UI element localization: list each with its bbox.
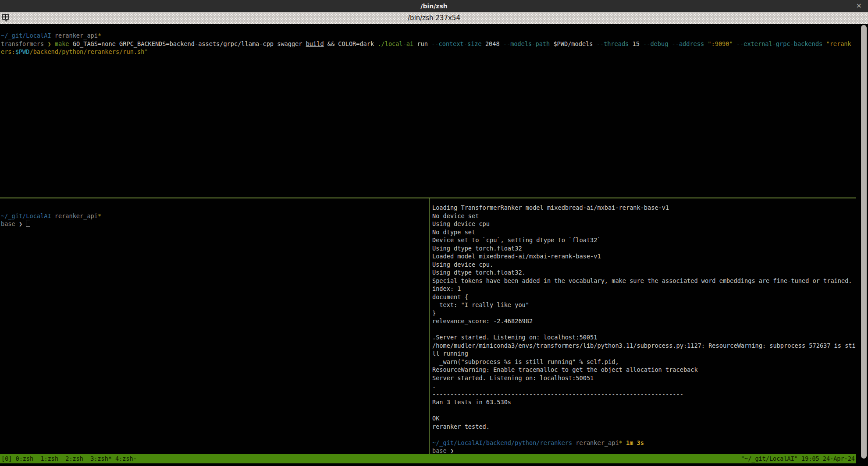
terminal-line: Using dtype torch.float32. [432, 268, 856, 277]
scrollbar-thumb[interactable] [861, 25, 867, 459]
terminal-line: Using device cpu [432, 220, 856, 228]
terminal-line: Special tokens have been added in the vo… [432, 277, 856, 285]
terminal-line: _warn("subprocess %s is still running" %… [432, 358, 856, 366]
terminal-line: Loading TransformerRanker model mixedbre… [432, 204, 856, 212]
terminal-line: document { [432, 293, 856, 301]
terminal-line: ~/_git/LocalAI reranker_api* [1, 32, 856, 40]
terminal-line: . [432, 382, 856, 390]
pane-bottom-left[interactable]: ~/_git/LocalAI reranker_api*base ❯ [0, 198, 429, 453]
terminal-line: No device set [432, 212, 856, 220]
terminal-line: } [432, 309, 856, 318]
status-windows[interactable]: [0] 0:zsh 1:zsh 2:zsh 3:zsh* 4:zsh- [1, 454, 137, 463]
tab-title: /bin/zsh 237x54 [408, 14, 460, 22]
terminal-line [432, 431, 856, 439]
terminal-line: ~/_git/LocalAI reranker_api* [1, 212, 429, 220]
terminal-line [432, 325, 856, 334]
terminal-line: Device set to `cpu`, setting dtype to `f… [432, 236, 856, 244]
terminal-line: Ran 3 tests in 63.530s [432, 398, 856, 406]
terminal-line: index: 1 [432, 285, 856, 293]
terminal-line: reranker tested. [432, 423, 856, 431]
terminal-line: Loaded model mixedbread-ai/mxbai-rerank-… [432, 252, 856, 261]
pane-bottom-right[interactable]: Loading TransformerRanker model mixedbre… [430, 198, 856, 454]
window-title: /bin/zsh [420, 3, 447, 10]
terminal-line: .Server started. Listening on: localhost… [432, 333, 856, 342]
tab-bar[interactable]: /bin/zsh 237x54 [0, 12, 868, 24]
terminal-line: ll running [432, 350, 856, 358]
tmux-status-bar: [0] 0:zsh 1:zsh 2:zsh 3:zsh* 4:zsh- "~/_… [0, 454, 856, 463]
terminal-window: /bin/zsh × /bin/zsh 237x54 ~/_git/LocalA… [0, 0, 868, 466]
terminal-line: transformers ❯ make GO_TAGS=none GRPC_BA… [1, 40, 856, 48]
terminal-line: Server started. Listening on: localhost:… [432, 374, 856, 382]
terminal-line: text: "I really like you" [432, 301, 856, 309]
titlebar[interactable]: /bin/zsh × [0, 0, 868, 12]
terminal-line: ~/_git/LocalAI/backend/python/rerankers … [432, 439, 856, 447]
terminal-line: Using dtype torch.float32 [432, 244, 856, 253]
terminal-line: /home/mudler/miniconda3/envs/transformer… [432, 342, 856, 350]
terminal-line [432, 406, 856, 415]
terminal-area: ~/_git/LocalAI reranker_api*transformers… [0, 24, 868, 466]
terminal-line: base ❯ [1, 220, 429, 228]
terminal-line: base ❯ [432, 447, 856, 454]
status-session-info: "~/_git/LocalAI" 19:05 24-Apr-24 [741, 454, 855, 463]
terminal-line: OK [432, 414, 856, 423]
text-cursor [26, 220, 30, 227]
terminal-line: ResourceWarning: Enable tracemalloc to g… [432, 366, 856, 374]
terminal-line: ----------------------------------------… [432, 390, 856, 399]
terminal-line: Using device cpu. [432, 261, 856, 269]
terminal-line: ers:$PWD/backend/python/rerankers/run.sh… [1, 48, 856, 56]
window-layout-icon[interactable] [2, 14, 11, 24]
pane-top[interactable]: ~/_git/LocalAI reranker_api*transformers… [0, 24, 856, 198]
close-icon[interactable]: × [856, 1, 862, 10]
terminal-line: relevance_score: -2.46826982 [432, 317, 856, 325]
terminal-line [1, 204, 429, 212]
terminal-line: No dtype set [432, 228, 856, 237]
